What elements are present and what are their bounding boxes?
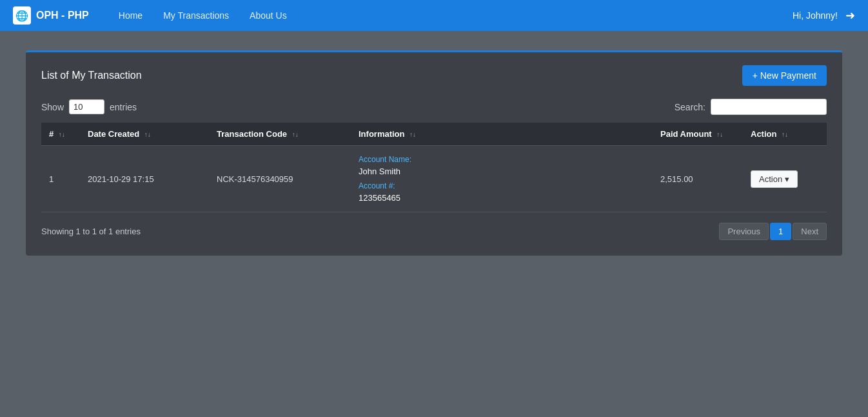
next-button[interactable]: Next — [793, 223, 827, 240]
table-controls: Show entries Search: — [41, 99, 827, 115]
brand-logo-icon: 🌐 — [13, 6, 31, 25]
showing-text: Showing 1 to 1 of 1 entries — [41, 227, 141, 236]
account-num-value: 123565465 — [359, 193, 645, 203]
navbar: 🌐 OPH - PHP Home My Transactions About U… — [0, 0, 868, 31]
cell-num: 1 — [41, 146, 80, 212]
table-body: 1 2021-10-29 17:15 NCK-314576340959 Acco… — [41, 146, 827, 212]
cell-action: Action ▾ — [743, 146, 827, 212]
entries-input[interactable] — [69, 99, 104, 114]
cell-code: NCK-314576340959 — [209, 146, 351, 212]
action-caret-icon: ▾ — [785, 174, 789, 184]
card-header: List of My Transaction + New Payment — [41, 65, 827, 86]
nav-link-transactions[interactable]: My Transactions — [153, 10, 239, 21]
col-header-hash[interactable]: # ↑↓ — [41, 123, 80, 146]
account-name-value: John Smith — [359, 167, 645, 176]
col-header-info[interactable]: Information ↑↓ — [351, 123, 653, 146]
transactions-table: # ↑↓ Date Created ↑↓ Transaction Code ↑↓… — [41, 123, 827, 212]
page-title: List of My Transaction — [41, 70, 142, 81]
sort-icon-info: ↑↓ — [409, 131, 416, 138]
table-head: # ↑↓ Date Created ↑↓ Transaction Code ↑↓… — [41, 123, 827, 146]
account-name-label: Account Name: — [359, 155, 645, 164]
sort-icon-date: ↑↓ — [144, 131, 151, 138]
brand-name: OPH - PHP — [36, 10, 89, 21]
table-header-row: # ↑↓ Date Created ↑↓ Transaction Code ↑↓… — [41, 123, 827, 146]
nav-item-transactions[interactable]: My Transactions — [153, 10, 239, 21]
new-payment-button[interactable]: + New Payment — [742, 65, 827, 86]
nav-link-home[interactable]: Home — [108, 10, 153, 21]
cell-info: Account Name: John Smith Account #: 1235… — [351, 146, 653, 212]
prev-button[interactable]: Previous — [719, 223, 769, 240]
sort-icon-code: ↑↓ — [292, 131, 299, 138]
sort-icon-hash: ↑↓ — [59, 131, 65, 138]
cell-date: 2021-10-29 17:15 — [80, 146, 209, 212]
nav-link-about[interactable]: About Us — [239, 10, 297, 21]
sort-icon-amount: ↑↓ — [716, 131, 723, 138]
action-button[interactable]: Action ▾ — [751, 170, 798, 188]
sort-icon-action: ↑↓ — [782, 131, 788, 138]
col-header-code[interactable]: Transaction Code ↑↓ — [209, 123, 351, 146]
show-entries: Show entries — [41, 99, 137, 114]
page-1-button[interactable]: 1 — [770, 223, 791, 240]
table-row: 1 2021-10-29 17:15 NCK-314576340959 Acco… — [41, 146, 827, 212]
account-num-label: Account #: — [359, 181, 645, 190]
cell-amount: 2,515.00 — [653, 146, 743, 212]
col-header-amount[interactable]: Paid Amount ↑↓ — [653, 123, 743, 146]
user-greeting: Hi, Johnny! — [793, 10, 838, 21]
search-box: Search: — [675, 99, 827, 115]
pagination: Previous 1 Next — [719, 223, 827, 240]
logout-icon[interactable]: ➜ — [845, 8, 855, 23]
navbar-nav: Home My Transactions About Us — [108, 10, 793, 21]
col-header-date[interactable]: Date Created ↑↓ — [80, 123, 209, 146]
main-card: List of My Transaction + New Payment Sho… — [26, 50, 842, 256]
col-header-action[interactable]: Action ↑↓ — [743, 123, 827, 146]
navbar-brand[interactable]: 🌐 OPH - PHP — [13, 6, 89, 25]
search-input[interactable] — [711, 99, 827, 115]
table-footer: Showing 1 to 1 of 1 entries Previous 1 N… — [41, 223, 827, 240]
show-label: Show — [41, 102, 64, 112]
search-label: Search: — [675, 102, 705, 112]
nav-item-about[interactable]: About Us — [239, 10, 297, 21]
navbar-right: Hi, Johnny! ➜ — [793, 8, 855, 23]
nav-item-home[interactable]: Home — [108, 10, 153, 21]
main-content: List of My Transaction + New Payment Sho… — [0, 31, 868, 275]
entries-label: entries — [110, 102, 137, 112]
